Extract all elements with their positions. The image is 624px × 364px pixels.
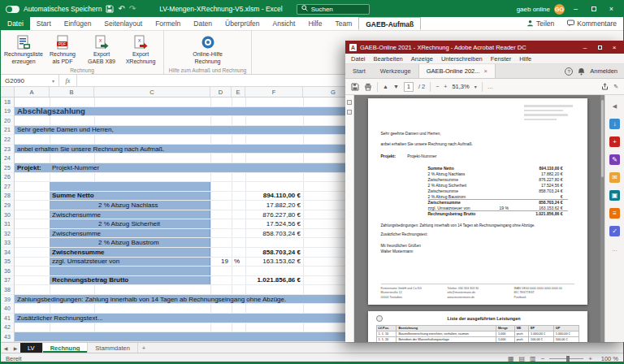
row-number[interactable]: 27 (1, 182, 14, 192)
acrobat-tab-start[interactable]: Start (345, 64, 373, 78)
row-number[interactable]: 18 (1, 98, 14, 107)
save-icon[interactable] (351, 83, 359, 91)
row-number[interactable]: 38 (1, 285, 14, 295)
menu-fenster[interactable]: Fenster (491, 55, 511, 63)
ribbon-tab-formeln[interactable]: Formeln (149, 17, 187, 30)
zoom-in-icon[interactable]: + (444, 84, 447, 89)
comment-icon[interactable]: ✉ (609, 172, 620, 183)
share-button[interactable]: Teilen (520, 17, 561, 30)
zoom-slider-knob[interactable] (566, 356, 570, 362)
row-number[interactable]: 24 (1, 154, 14, 163)
row-number[interactable]: 36 (1, 266, 14, 276)
row-number[interactable]: 37 (1, 276, 14, 286)
autosave-toggle[interactable] (6, 6, 20, 13)
row-number[interactable]: 23 (1, 145, 14, 154)
menu-datei[interactable]: Datei (351, 55, 366, 63)
row-number[interactable]: 20 (1, 116, 14, 126)
row-number[interactable]: 33 (1, 238, 14, 248)
row-number[interactable]: 32 (1, 229, 14, 239)
save-icon[interactable] (106, 5, 114, 13)
column-header-f[interactable]: F (245, 87, 303, 97)
row-number[interactable]: 29 (1, 201, 14, 210)
row-number[interactable]: 30 (1, 210, 14, 220)
column-header-d[interactable]: D (210, 87, 232, 97)
avatar[interactable]: GO (554, 4, 565, 15)
document-pane[interactable]: Sehr geehrte Damen und Herren, anbei erh… (345, 95, 624, 342)
row-number[interactable]: 25 (1, 163, 14, 173)
row-number[interactable]: 40 (1, 304, 14, 314)
menu-unterschreiben[interactable]: Unterschreiben (441, 55, 483, 63)
row-number[interactable]: 35 (1, 258, 14, 267)
ribbon-tab-ansicht[interactable]: Ansicht (266, 17, 302, 30)
row-number[interactable]: 19 (1, 107, 14, 117)
combine-files-icon[interactable]: ▣ (609, 190, 620, 201)
comments-button[interactable]: Kommentare (561, 17, 623, 30)
column-header-e[interactable]: E (232, 87, 245, 97)
name-box-dropdown-icon[interactable]: ▾ (52, 78, 54, 84)
row-number[interactable]: 26 (1, 173, 14, 183)
minimize-button[interactable]: – (569, 1, 583, 17)
sign-in-button[interactable]: Anmelden (590, 67, 624, 75)
column-header-b[interactable]: B (50, 87, 94, 97)
search-box[interactable]: Suchen (297, 4, 370, 15)
menu-bearbeiten[interactable]: Bearbeiten (374, 55, 403, 63)
select-all-corner[interactable] (1, 87, 15, 97)
sheet-tab-lv[interactable]: LV (20, 343, 43, 353)
ribbon-button-export-gaeb-x89[interactable]: XExportGAEB X89 (82, 32, 121, 66)
row-number[interactable]: 22 (1, 135, 14, 145)
help-icon[interactable]: ? (565, 67, 573, 76)
column-header-c[interactable]: C (94, 87, 210, 97)
acrobat-restore-button[interactable] (594, 44, 605, 51)
ribbon-tab-team[interactable]: Team (328, 17, 358, 30)
name-box[interactable]: G2090 ▾ (1, 75, 59, 86)
notifications-icon[interactable] (578, 67, 585, 76)
more-tools-icon[interactable]: … (609, 244, 620, 254)
ribbon-button-rechnung-als-pdf[interactable]: PDFRechnungals PDF (43, 32, 82, 66)
undo-icon[interactable]: ↶ (118, 1, 124, 17)
ribbon-button-export-xrechnung[interactable]: XExportXRechnung (121, 32, 160, 66)
row-number[interactable]: 28 (1, 192, 14, 202)
sign-pen-icon[interactable]: ✎ (613, 84, 618, 90)
ribbon-tab-seitenlayout[interactable]: Seitenlayout (98, 17, 149, 30)
ribbon-tab-datei[interactable]: Datei (1, 17, 30, 30)
row-number[interactable]: 39 (1, 295, 14, 305)
ribbon-tab-hilfe[interactable]: Hilfe (301, 17, 328, 30)
maximize-button[interactable] (587, 1, 600, 17)
column-header-a[interactable]: A (15, 87, 50, 97)
collapse-tools-pane-icon[interactable]: ◀ (609, 101, 620, 111)
edit-pdf-icon[interactable]: ✎ (609, 154, 620, 165)
create-pdf-icon[interactable]: + (609, 136, 620, 147)
row-number[interactable]: 42 (1, 323, 14, 333)
close-button[interactable]: × (604, 1, 618, 17)
sheet-nav-right-icon[interactable]: ▶ (11, 343, 20, 353)
ribbon-tab-daten[interactable]: Daten (187, 17, 219, 30)
next-page-icon[interactable]: ▼ (393, 84, 399, 89)
scrollbar-thumb[interactable] (601, 100, 604, 177)
organize-pages-icon[interactable]: ≡ (609, 208, 620, 219)
previous-page-icon[interactable]: ▲ (383, 84, 388, 89)
print-icon[interactable] (364, 83, 372, 91)
redo-icon[interactable]: ↷ (129, 1, 136, 17)
ribbon-button-online-hilfe-rechnung[interactable]: Online-HilfeRechnung (188, 32, 228, 66)
acrobat-close-button[interactable]: × (609, 44, 620, 51)
page-thumbnails-icon[interactable] (347, 100, 352, 105)
ribbon-button-rechnungsliste-erzeugen[interactable]: Rechnungslisteerzeugen (4, 32, 43, 66)
page-number-input[interactable]: 1 (404, 82, 414, 92)
acrobat-minimize-button[interactable]: – (579, 44, 591, 51)
zoom-out-icon[interactable]: − (436, 84, 439, 89)
row-number[interactable]: 43 (1, 332, 14, 342)
fill-sign-icon[interactable]: ✓ (609, 226, 620, 236)
pdf-pages[interactable]: Sehr geehrte Damen und Herren, anbei erh… (354, 95, 600, 342)
menu-hilfe[interactable]: Hilfe (519, 55, 531, 63)
bookmarks-icon[interactable] (347, 110, 352, 115)
export-pdf-icon[interactable]: ↓ (609, 119, 620, 129)
fx-icon[interactable]: fx (59, 75, 77, 86)
row-number[interactable]: 34 (1, 248, 14, 258)
sheet-nav-left-icon[interactable]: ◀ (1, 343, 11, 353)
row-number[interactable]: 21 (1, 126, 14, 136)
zoom-slider[interactable] (549, 358, 583, 359)
acrobat-tab-werkzeuge[interactable]: Werkzeuge (373, 64, 418, 78)
acrobat-tab-gaeb-online-202[interactable]: GAEB-Online 202...× (418, 64, 496, 78)
ribbon-tab-einf-gen[interactable]: Einfügen (58, 17, 98, 30)
close-tab-icon[interactable]: × (484, 67, 488, 75)
